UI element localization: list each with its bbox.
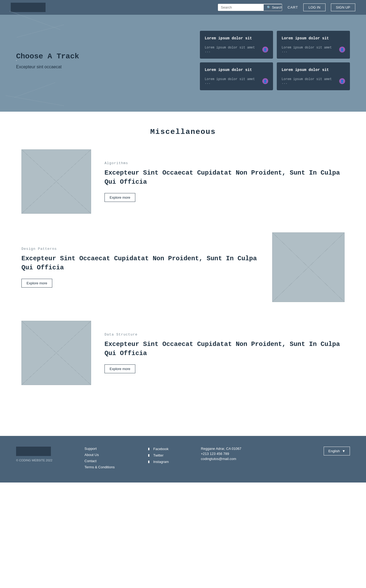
article-heading-2: Excepteur Sint Occaecat Cupidatat Non Pr… xyxy=(104,340,345,358)
search-input[interactable] xyxy=(218,4,264,11)
footer-link-contact[interactable]: Contact xyxy=(84,459,115,463)
article-image-1 xyxy=(272,232,345,302)
search-button-label: Search xyxy=(272,6,282,9)
footer-links: Support About Us Contact Terms & Conditi… xyxy=(84,447,115,469)
track-card-2[interactable]: Lorem ipsum dolor sit Lorem ipsum dolor … xyxy=(200,62,273,90)
track-card-bottom-2: Lorem ipsum dolor sit amet ... 👤 xyxy=(205,77,268,85)
track-card-bottom-3: Lorem ipsum dolor sit amet ... 👤 xyxy=(282,77,345,85)
footer-logo[interactable] xyxy=(16,447,51,456)
footer-social: ▮ Facebook ▮ Twitter ▮ Instagram xyxy=(147,447,169,466)
instagram-icon: ▮ xyxy=(147,459,151,464)
misc-section: Miscellaneous Algorithms Excepteur Sint … xyxy=(0,112,366,420)
track-card-title-2: Lorem ipsum dolor sit xyxy=(205,68,268,72)
hero-text: Choose A Track Excepteur sint occaecat xyxy=(16,52,91,69)
track-card-title-1: Lorem ipsum dolor sit xyxy=(282,36,345,40)
twitter-label: Twitter xyxy=(153,453,163,457)
user-icon-0: 👤 xyxy=(262,47,268,52)
footer-right: English ▼ xyxy=(324,447,350,455)
language-selector[interactable]: English ▼ xyxy=(324,447,350,455)
footer-copyright: © CODING WEBSITE 2022 xyxy=(16,459,52,462)
explore-button-1[interactable]: Explore more xyxy=(21,279,52,288)
track-card-desc-1: Lorem ipsum dolor sit amet ... xyxy=(282,46,339,53)
track-card-desc-0: Lorem ipsum dolor sit amet ... xyxy=(205,46,262,53)
instagram-label: Instagram xyxy=(153,460,169,464)
navbar-right: CART LOG IN SIGN UP xyxy=(287,3,355,11)
article-content-2: Data Structure Excepteur Sint Occaecat C… xyxy=(104,333,345,373)
footer-social-facebook[interactable]: ▮ Facebook xyxy=(147,447,169,451)
track-card-3[interactable]: Lorem ipsum dolor sit Lorem ipsum dolor … xyxy=(277,62,350,90)
deco-line-2 xyxy=(17,25,64,38)
article-content-0: Algorithms Excepteur Sint Occaecat Cupid… xyxy=(104,161,345,202)
chevron-down-icon: ▼ xyxy=(342,449,345,453)
misc-title: Miscellaneous xyxy=(21,128,345,136)
spacer xyxy=(0,420,366,436)
track-card-desc-3: Lorem ipsum dolor sit amet ... xyxy=(282,77,339,85)
track-card-0[interactable]: Lorem ipsum dolor sit Lorem ipsum dolor … xyxy=(200,31,273,59)
footer-social-instagram[interactable]: ▮ Instagram xyxy=(147,459,169,464)
footer-email: codingtutos@mail.com xyxy=(201,457,241,461)
search-container: 🔍 Search xyxy=(218,4,282,11)
article-category-1: Design Patterns xyxy=(21,247,259,251)
track-card-title-0: Lorem ipsum dolor sit xyxy=(205,36,268,40)
explore-button-0[interactable]: Explore more xyxy=(104,193,135,202)
track-card-bottom-1: Lorem ipsum dolor sit amet ... 👤 xyxy=(282,46,345,53)
search-icon: 🔍 xyxy=(267,6,271,9)
footer-link-about[interactable]: About Us xyxy=(84,453,115,457)
hero-section: Choose A Track Excepteur sint occaecat L… xyxy=(0,15,366,112)
article-row-0: Algorithms Excepteur Sint Occaecat Cupid… xyxy=(21,149,345,214)
track-card-1[interactable]: Lorem ipsum dolor sit Lorem ipsum dolor … xyxy=(277,31,350,59)
track-card-bottom-0: Lorem ipsum dolor sit amet ... 👤 xyxy=(205,46,268,53)
footer-contact: Reggane Adrar, CA 01067 +213 123 456 789… xyxy=(201,447,241,462)
explore-button-2[interactable]: Explore more xyxy=(104,364,135,373)
login-button[interactable]: LOG IN xyxy=(303,3,325,11)
cart-link[interactable]: CART xyxy=(287,5,298,9)
facebook-icon: ▮ xyxy=(147,447,151,451)
article-heading-0: Excepteur Sint Occaecat Cupidatat Non Pr… xyxy=(104,168,345,186)
search-button[interactable]: 🔍 Search xyxy=(264,4,282,11)
article-category-2: Data Structure xyxy=(104,333,345,337)
article-heading-1: Excepteur Sint Occaecat Cupidatat Non Pr… xyxy=(21,254,259,272)
footer-top: © CODING WEBSITE 2022 Support About Us C… xyxy=(16,447,350,469)
hero-title: Choose A Track xyxy=(16,52,91,61)
user-icon-2: 👤 xyxy=(262,78,268,84)
article-content-1: Design Patterns Excepteur Sint Occaecat … xyxy=(21,247,259,287)
facebook-label: Facebook xyxy=(153,447,169,451)
article-image-0 xyxy=(21,149,91,214)
navbar: 🔍 Search CART LOG IN SIGN UP xyxy=(0,0,366,15)
article-row-1: Design Patterns Excepteur Sint Occaecat … xyxy=(21,232,345,302)
article-image-2 xyxy=(21,321,91,385)
footer-logo-section: © CODING WEBSITE 2022 xyxy=(16,447,52,462)
deco-line-4 xyxy=(14,82,55,98)
footer-link-terms[interactable]: Terms & Conditions xyxy=(84,465,115,469)
user-icon-3: 👤 xyxy=(339,78,345,84)
navbar-logo[interactable] xyxy=(11,3,46,12)
footer-link-support[interactable]: Support xyxy=(84,447,115,451)
track-card-desc-2: Lorem ipsum dolor sit amet ... xyxy=(205,77,262,85)
footer-address: Reggane Adrar, CA 01067 xyxy=(201,447,241,451)
language-label: English xyxy=(328,449,340,453)
hero-subtitle: Excepteur sint occaecat xyxy=(16,65,91,69)
article-row-2: Data Structure Excepteur Sint Occaecat C… xyxy=(21,321,345,385)
signup-button[interactable]: SIGN UP xyxy=(331,3,355,11)
track-card-title-3: Lorem ipsum dolor sit xyxy=(282,68,345,72)
hero-cards: Lorem ipsum dolor sit Lorem ipsum dolor … xyxy=(200,31,350,90)
twitter-icon: ▮ xyxy=(147,453,151,457)
user-icon-1: 👤 xyxy=(339,47,345,52)
footer-phone: +213 123 456 789 xyxy=(201,452,241,456)
article-category-0: Algorithms xyxy=(104,161,345,165)
footer: © CODING WEBSITE 2022 Support About Us C… xyxy=(0,436,366,483)
deco-line-3 xyxy=(6,95,64,106)
footer-social-twitter[interactable]: ▮ Twitter xyxy=(147,453,169,457)
